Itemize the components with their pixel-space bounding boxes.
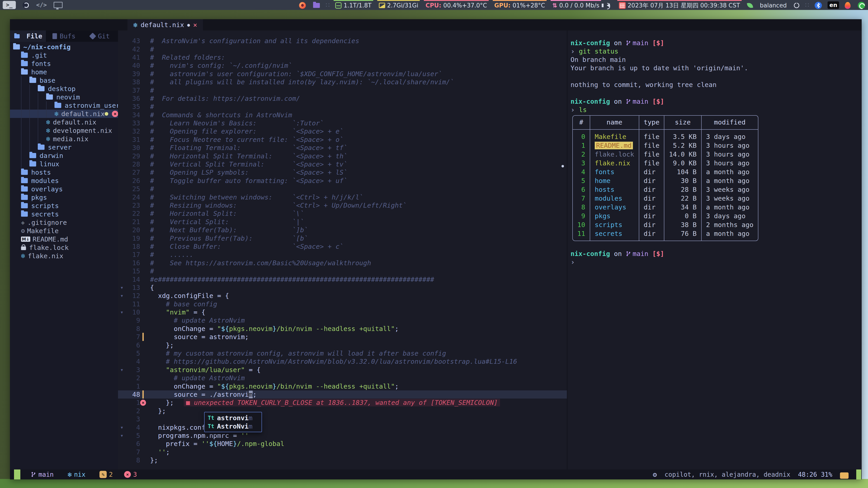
code-line[interactable]: 11 # base config — [118, 300, 567, 308]
code-line[interactable]: 21# Vertical Split: `|` — [118, 218, 567, 226]
power-button[interactable] — [792, 0, 801, 10]
code-line[interactable]: 7 source = astronvim; — [118, 333, 567, 341]
tree-item-.git[interactable]: .git — [10, 51, 118, 59]
power-profile-widget[interactable] — [746, 0, 754, 10]
code-line[interactable]: 15# — [118, 267, 567, 275]
tree-item-flake.nix[interactable]: ❄flake.nix — [10, 252, 118, 260]
code-line[interactable]: 25# — [118, 185, 567, 193]
code-line[interactable]: 34# Commands & shortcuts in AstroNvim — [118, 111, 567, 119]
firefox-tray-icon[interactable] — [298, 0, 307, 10]
flame-tray[interactable] — [843, 0, 852, 10]
code-line[interactable]: 35# — [118, 103, 567, 111]
terminal-app-icon[interactable]: >_ — [3, 1, 16, 9]
code-line[interactable]: 1 onChange = "${pkgs.neovim}/bin/nvim --… — [118, 382, 567, 390]
close-file-icon[interactable]: × — [112, 111, 118, 117]
terminal-pane[interactable]: nix-config on main [$] › git status On b… — [567, 31, 862, 469]
tree-item-.gitignore[interactable]: ◆.gitignore — [10, 218, 118, 227]
completion-popup[interactable]: TtastronvimTtAstroNvim — [204, 412, 262, 432]
statusline-modified[interactable]: ✎ 2 — [99, 471, 113, 478]
tree-item-modules[interactable]: modules — [10, 176, 118, 185]
code-line[interactable]: ▾10 "nvim" = { — [118, 308, 567, 316]
code-line[interactable]: 29# Horizontal Split Terminal: `<Space> … — [118, 152, 567, 160]
code-line[interactable]: 16# See https://astronvim.com/Basic%20Us… — [118, 259, 567, 267]
browser-app-icon[interactable] — [23, 2, 29, 8]
completion-item[interactable]: TtAstroNvim — [205, 422, 261, 430]
cpu-usage[interactable]: CPU: 00.4%+37.0°C — [424, 0, 489, 10]
tree-item-linux[interactable]: linux — [10, 160, 118, 168]
statusline-git-branch[interactable]: main — [31, 471, 54, 478]
monitor-app-icon[interactable] — [54, 2, 63, 8]
code-line[interactable]: 17# ...... — [118, 251, 567, 259]
statusline-errors[interactable]: × 3 — [124, 471, 137, 478]
network-usage[interactable]: ⇅ 0.0 / 0.0 Mb/s — [551, 0, 601, 10]
tree-item-README.md[interactable]: M↓README.md — [10, 235, 118, 243]
completion-item[interactable]: Ttastronvim — [205, 414, 261, 422]
code-line[interactable]: 28# Vertical Split Terminal: `<Space> + … — [118, 160, 567, 168]
code-line[interactable]: ▾4 nixpkgs.config — [118, 423, 567, 431]
code-line[interactable]: 4 # https://github.com/AstroNvim/AstroNv… — [118, 357, 567, 365]
code-line[interactable]: 32# Opening file explorer: `<Space> + e` — [118, 127, 567, 135]
tree-item-development.nix[interactable]: ❄development.nix — [10, 126, 118, 135]
volume-control[interactable] — [605, 0, 613, 10]
code-line[interactable]: 33# Learn Neovim's Basics: `:Tutor` — [118, 119, 567, 127]
code-line[interactable]: 8 onChange = "${pkgs.neovim}/bin/nvim --… — [118, 325, 567, 333]
tree-item-astronvim-user[interactable]: astronvim_user — [10, 101, 118, 109]
code-line[interactable]: 26# Toggle buffer auto formatting: `<Spa… — [118, 177, 567, 185]
code-line[interactable]: ▾12 xdg.configFile = { — [118, 292, 567, 300]
code-line[interactable]: 19# Previous Buffer(Tab): `[b` — [118, 234, 567, 242]
code-line[interactable]: 2 # update AstroNvim — [118, 374, 567, 382]
tree-item-flake.lock[interactable]: flake.lock — [10, 243, 118, 252]
code-line[interactable]: 22# Horizontal Split: `\` — [118, 209, 567, 218]
code-line[interactable]: 14#e####################################… — [118, 275, 567, 283]
code-line[interactable]: 30# Floating Terminal: `<Space> + tf` — [118, 144, 567, 152]
code-line[interactable]: 23# Resizing windows: `<Ctrl> + Up/Down/… — [118, 201, 567, 209]
memory-usage[interactable]: 2.7Gi/31Gi — [377, 0, 420, 10]
code-line[interactable]: 39# astronvim's user configuration: `$XD… — [118, 70, 567, 78]
code-line[interactable]: 6 prefix = ''${HOME}/.npm-global — [118, 440, 567, 448]
green-app-tray[interactable] — [856, 0, 867, 10]
tree-item-server[interactable]: server — [10, 143, 118, 151]
tree-item-media.nix[interactable]: ❄media.nix — [10, 135, 118, 143]
tree-item-overlays[interactable]: overlays — [10, 185, 118, 193]
code-line[interactable]: 36# For details: https://astronvim.com/ — [118, 94, 567, 103]
code-line[interactable]: 37# — [118, 86, 567, 94]
code-line[interactable]: 7 ''; — [118, 448, 567, 456]
code-line[interactable]: 43# AstroNvim's configuration and all it… — [118, 37, 567, 45]
code-line[interactable]: 41# Related folders: — [118, 53, 567, 61]
code-line[interactable]: 3 — [118, 415, 567, 423]
code-line[interactable]: 31# Focus Neotree to current file: `<Spa… — [118, 135, 567, 144]
code-editor[interactable]: 43# AstroNvim's configuration and all it… — [118, 31, 567, 469]
code-line[interactable]: ▾3 "astronvim/lua/user" = { — [118, 366, 567, 374]
code-line[interactable]: 27# Opening LSP symbols: `<Space> + lS` — [118, 168, 567, 176]
neotree-tab-file[interactable]: File — [10, 31, 46, 42]
code-app-icon[interactable]: </> — [36, 2, 47, 8]
tree-item-secrets[interactable]: secrets — [10, 210, 118, 218]
tree-item-hosts[interactable]: hosts — [10, 168, 118, 176]
code-line[interactable]: 24# Switching between windows: `<Ctrl> +… — [118, 193, 567, 201]
code-line[interactable]: 38# all plugins will be installed into(b… — [118, 78, 567, 86]
code-line[interactable]: 20# Next Buffer(Tab): `]b` — [118, 226, 567, 234]
tree-item-darwin[interactable]: darwin — [10, 151, 118, 160]
code-line[interactable]: 18# Close Buffer: `<Space> + c` — [118, 242, 567, 251]
code-line[interactable]: 6 }; — [118, 341, 567, 349]
buffer-tab-default-nix[interactable]: ❄ default.nix ● × — [127, 19, 203, 31]
code-line[interactable]: 1× };■ unexpected TOKEN_CURLY_B_CLOSE at… — [118, 398, 567, 407]
split-separator[interactable] — [567, 31, 567, 469]
tree-item-fonts[interactable]: fonts — [10, 59, 118, 68]
tree-item-default.nix[interactable]: ❄default.nix× — [10, 109, 118, 118]
bluetooth-tray[interactable] — [813, 0, 824, 10]
tree-item-base[interactable]: base — [10, 76, 118, 85]
neotree-tab-bufs[interactable]: Bufs — [46, 31, 82, 42]
tree-item-pkgs[interactable]: pkgs — [10, 193, 118, 201]
keyboard-layout-indicator[interactable]: en — [828, 1, 839, 9]
code-line[interactable]: 40# nvim's config: `~/.config/nvim` — [118, 61, 567, 70]
tree-item-home[interactable]: home — [10, 68, 118, 76]
files-tray-icon[interactable] — [311, 0, 321, 10]
code-line[interactable]: 2 }; — [118, 407, 567, 415]
tree-item-default.nix[interactable]: ❄default.nix — [10, 118, 118, 126]
tree-item---nix-config[interactable]: ~/nix-config — [10, 43, 118, 51]
tree-item-neovim[interactable]: neovim — [10, 93, 118, 101]
clock-widget[interactable]: 2023年 07月 13日 星期四 00:39:38 CST — [617, 0, 742, 10]
code-line[interactable]: ▾5 programs.npm.npmrc = '' — [118, 431, 567, 440]
tree-item-scripts[interactable]: scripts — [10, 201, 118, 210]
